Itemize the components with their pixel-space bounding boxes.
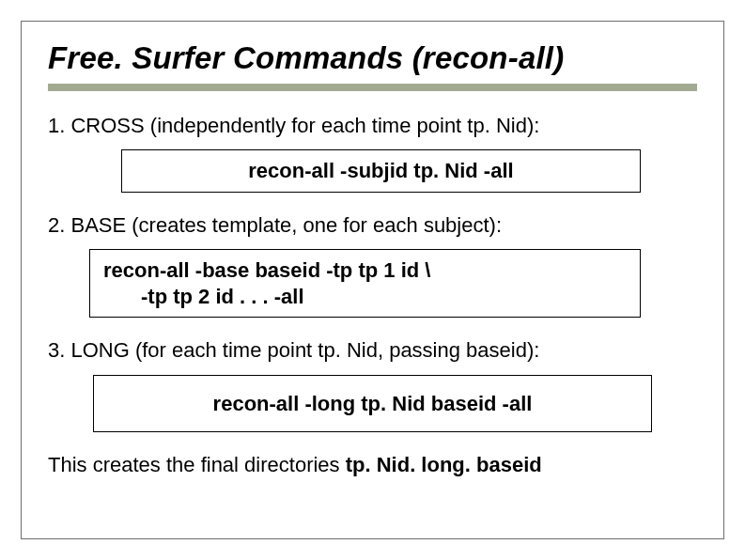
command-base-line1: recon-all -base baseid -tp tp 1 id \	[103, 258, 430, 282]
final-note: This creates the final directories tp. N…	[48, 453, 697, 477]
slide: Free. Surfer Commands (recon-all) 1. CRO…	[0, 0, 745, 560]
step-1-label: 1. CROSS (independently for each time po…	[48, 114, 697, 138]
title-underline	[48, 84, 697, 91]
command-base-line2: -tp tp 2 id . . . -all	[103, 284, 627, 310]
command-box-long: recon-all -long tp. Nid baseid -all	[93, 375, 652, 433]
slide-title: Free. Surfer Commands (recon-all)	[48, 40, 697, 76]
command-box-base: recon-all -base baseid -tp tp 1 id \ -tp…	[89, 249, 641, 318]
slide-frame: Free. Surfer Commands (recon-all) 1. CRO…	[21, 21, 724, 539]
command-box-cross: recon-all -subjid tp. Nid -all	[121, 149, 641, 193]
command-long-text: recon-all -long tp. Nid baseid -all	[213, 392, 533, 415]
final-note-text: This creates the final directories	[48, 453, 346, 476]
final-dirs: tp. Nid. long. baseid	[346, 453, 542, 476]
step-2-label: 2. BASE (creates template, one for each …	[48, 213, 697, 238]
command-cross-text: recon-all -subjid tp. Nid -all	[248, 159, 513, 182]
step-3-label: 3. LONG (for each time point tp. Nid, pa…	[48, 338, 697, 363]
